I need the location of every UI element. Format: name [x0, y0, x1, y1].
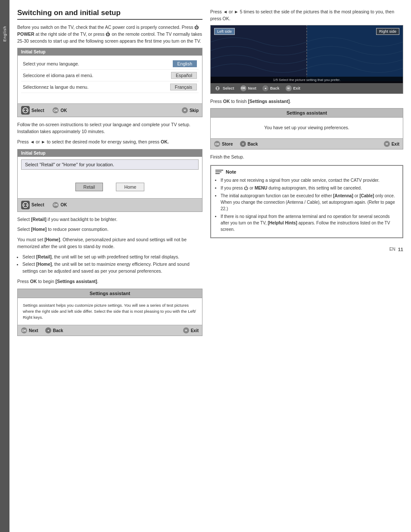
exit-btn-2: M Exit	[384, 141, 399, 147]
ok-icon-1: OK	[53, 107, 59, 113]
svg-point-4	[24, 204, 25, 205]
initial-setup-footer-2: Select OK OK	[18, 198, 202, 212]
svg-point-11	[216, 88, 217, 89]
right-side-label: Right side	[376, 28, 399, 35]
settings-assistant-footer-1: OK Next ◄ Back M Exit	[18, 325, 202, 336]
side-tab: English	[0, 0, 9, 532]
press-mode-text: Press ◄ or ► to select the desired mode …	[17, 139, 202, 146]
skip-label: Skip	[190, 108, 199, 113]
lang-row-english: Select your menu language. English	[21, 58, 199, 70]
retail-home-buttons: Retail Home	[21, 183, 199, 191]
settings-assistant-box-1: Settings assistant Settings assistant he…	[17, 289, 202, 336]
select-label-1: Select	[31, 108, 44, 113]
settings-assistant-title-2: Settings assistant	[211, 109, 403, 118]
back-icon-2: ◄	[240, 141, 246, 147]
tv-select-label: Select	[223, 86, 234, 90]
note-lines-icon	[215, 170, 223, 174]
tv-image-box: Left side Right side 1/5 Select the pict…	[210, 25, 403, 94]
select-icon-1	[21, 106, 30, 115]
lang-label-english: Select your menu language.	[23, 61, 79, 66]
finish-setup-text: Finish the Setup.	[210, 154, 403, 161]
menu-icon-exit-2: M	[384, 141, 390, 147]
side-tab-label: English	[3, 26, 7, 42]
page-footer: EN 11	[210, 247, 403, 252]
select-retail-text: Select [Retail] if you want backlight to…	[17, 216, 202, 223]
select-btn-1: Select	[21, 106, 44, 115]
bullet-list: Select [Retail], the unit will be set up…	[22, 254, 202, 275]
retail-btn[interactable]: Retail	[75, 183, 103, 191]
note-item-4: If there is no signal input from the ant…	[221, 213, 398, 233]
ok-btn-1: OK OK	[53, 107, 67, 113]
ok-icon-2: OK	[53, 202, 59, 208]
next-label: Next	[29, 328, 38, 333]
initial-setup-body-1: Select your menu language. English Selec…	[18, 56, 202, 103]
settings-assistant-title-1: Settings assistant	[18, 289, 202, 298]
press-ok-finish-text: Press OK to finish [Settings assistant].	[210, 98, 403, 105]
ok-label-2: OK	[60, 202, 67, 207]
ok-btn-2: OK OK	[53, 202, 67, 208]
next-btn: OK Next	[21, 327, 38, 333]
initial-setup-title-2: Initial Setup	[18, 149, 202, 157]
select-btn-2: Select	[21, 201, 44, 209]
left-side-label: Left side	[214, 28, 235, 35]
retail-home-row-text: Select "Retail" or "Home" for your locat…	[21, 159, 199, 170]
tv-labels: Left side Right side	[211, 28, 403, 35]
svg-point-12	[218, 88, 219, 89]
exit-label-2: Exit	[392, 142, 399, 146]
lang-row-spanish: Seleccione el idioma para el menú. Españ…	[21, 70, 199, 81]
tv-select-btn: Select	[214, 85, 234, 92]
settings-assistant-body-1: Settings assistant helps you customize p…	[18, 298, 202, 325]
lang-value-spanish: Español	[171, 72, 197, 79]
tv-ok-icon: OK	[240, 85, 246, 91]
settings-assistant-footer-2: OK Store ◄ Back M Exit	[211, 138, 403, 149]
lang-row-french: Sélectionnez la langue du menu. Français	[21, 81, 199, 93]
note-title: Note	[226, 169, 236, 174]
ok-icon-store: OK	[214, 141, 220, 147]
back-btn-1: ◄ Back	[45, 327, 63, 333]
tv-exit-btn: M Exit	[286, 85, 301, 91]
initial-setup-box-1: Initial Setup Select your menu language.…	[17, 48, 202, 117]
lang-value-french: Français	[170, 84, 197, 90]
svg-point-2	[26, 110, 28, 111]
home-btn[interactable]: Home	[116, 183, 144, 191]
lang-label-french: Sélectionnez la langue du menu.	[23, 84, 88, 90]
exit-label-1: Exit	[191, 328, 199, 333]
left-column: Switching on and initial setup Before yo…	[17, 9, 202, 523]
note-header: Note	[215, 169, 398, 174]
store-btn: OK Store	[214, 141, 233, 147]
tv-back-label: Back	[270, 86, 280, 90]
ok-icon-next: OK	[21, 327, 27, 333]
tv-bottom-btns: Select OK Next ◄ Back M Exit	[211, 83, 403, 93]
tv-select-icon	[214, 85, 221, 92]
intro-paragraph: Before you switch on the TV, check that …	[17, 24, 202, 44]
press-ok-begin-text: Press OK to begin [Settings assistant].	[17, 278, 202, 285]
settings-assistant-body-2: You have set up your viewing preferences…	[211, 118, 403, 138]
svg-point-1	[24, 110, 25, 111]
tv-bottom: 1/5 Select the picture setting that you …	[211, 77, 403, 93]
follow-text: Follow the on-screen instructions to sel…	[17, 121, 202, 135]
note-item-1: If you are not receiving a signal from y…	[221, 177, 398, 184]
must-set-text: You must set [Home]. Otherwise, personal…	[17, 236, 202, 250]
tv-exit-label: Exit	[293, 86, 301, 90]
settings-assistant-box-2: Settings assistant You have set up your …	[210, 108, 403, 149]
lang-label-spanish: Seleccione el idioma para el menú.	[23, 73, 93, 78]
skip-btn: M Skip	[182, 107, 199, 113]
select-home-text: Select [Home] to reduce power consumptio…	[17, 226, 202, 233]
note-item-3: The initial autoprogram function can be …	[221, 193, 398, 212]
press-arrows-text: Press ◄ or ► 5 times to select the side …	[210, 9, 403, 22]
menu-icon-skip: M	[182, 107, 188, 113]
bullet-item-retail: Select [Retail], the unit will be set up…	[22, 254, 202, 261]
svg-point-5	[26, 204, 28, 205]
store-label: Store	[222, 142, 233, 146]
back-icon-1: ◄	[45, 327, 51, 333]
tv-next-btn: OK Next	[240, 85, 257, 91]
back-btn-2: ◄ Back	[240, 141, 258, 147]
initial-setup-box-2: Initial Setup Select "Retail" or "Home" …	[17, 149, 202, 212]
right-column: Press ◄ or ► 5 times to select the side …	[210, 9, 403, 523]
back-label-2: Back	[248, 142, 258, 146]
select-label-2: Select	[31, 202, 44, 207]
ok-label-1: OK	[60, 108, 67, 113]
initial-setup-title-1: Initial Setup	[18, 48, 202, 56]
exit-btn-1: M Exit	[183, 327, 199, 333]
initial-setup-footer-1: Select OK OK M Skip	[18, 103, 202, 117]
